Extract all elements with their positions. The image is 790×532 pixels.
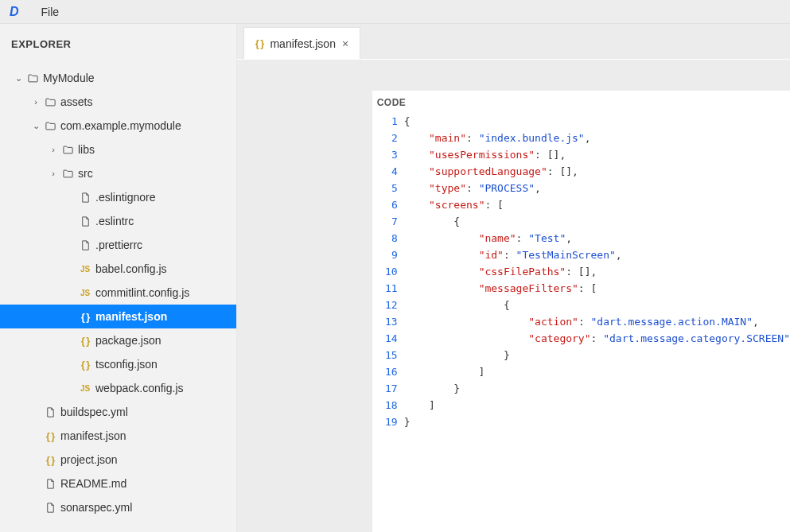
code-line[interactable]: "usesPermissions": [], <box>404 146 790 163</box>
menu-file[interactable]: File <box>41 6 60 18</box>
file-icon <box>43 405 57 419</box>
editor-toolbar <box>237 59 790 91</box>
tree-file-tsconfig-json[interactable]: { }tsconfig.json <box>0 352 236 376</box>
line-number: 4 <box>372 163 404 180</box>
chevron-right-icon[interactable]: › <box>29 97 43 107</box>
tree-file-project-json[interactable]: { }project.json <box>0 448 236 472</box>
code-line[interactable]: } <box>404 347 790 363</box>
file-icon <box>78 238 92 252</box>
spacer <box>64 383 78 393</box>
code-line[interactable]: "supportedLanguage": [], <box>404 163 790 180</box>
file-icon <box>43 500 57 515</box>
code-line[interactable]: "category": "dart.message.category.SCREE… <box>404 330 790 347</box>
tree-item-label: webpack.config.js <box>95 382 230 394</box>
line-number: 14 <box>372 330 404 347</box>
json-braces-icon: { } <box>43 452 57 467</box>
tree-file-eslintrc[interactable]: .eslintrc <box>0 209 236 233</box>
tree-file-commitlint-config[interactable]: JScommitlint.config.js <box>0 281 236 305</box>
explorer-sidebar: EXPLORER ⌄MyModule›assets⌄com.example.my… <box>0 24 237 532</box>
line-number: 1 <box>372 113 404 130</box>
chevron-right-icon[interactable]: › <box>46 169 60 178</box>
tree-item-label: .eslintrc <box>95 215 230 227</box>
file-icon <box>78 190 92 204</box>
code-line[interactable]: "name": "Test", <box>404 230 790 247</box>
spacer <box>29 455 43 464</box>
tree-file-readme[interactable]: README.md <box>0 472 236 495</box>
tree-item-label: babel.config.js <box>95 262 230 275</box>
tree-file-package-json[interactable]: { }package.json <box>0 328 236 352</box>
tree-folder-mymodule[interactable]: ⌄MyModule <box>0 66 236 90</box>
tree-file-webpack-config[interactable]: JSwebpack.config.js <box>0 376 236 400</box>
line-number: 18 <box>372 397 404 414</box>
line-number: 5 <box>372 180 404 196</box>
tree-item-label: buildspec.yml <box>60 406 230 418</box>
tab-manifest-json[interactable]: { } manifest.json × <box>243 27 360 59</box>
chevron-down-icon[interactable]: ⌄ <box>11 73 25 83</box>
tree-file-prettierrc[interactable]: .prettierrc <box>0 233 236 257</box>
code-line[interactable]: { <box>404 213 790 230</box>
spacer <box>64 336 78 345</box>
spacer <box>64 312 78 321</box>
line-number: 7 <box>372 213 404 230</box>
chevron-down-icon[interactable]: ⌄ <box>29 121 43 131</box>
tree-item-label: assets <box>60 95 230 108</box>
tree-item-label: .eslintignore <box>95 191 230 204</box>
spacer <box>64 240 78 250</box>
file-icon <box>43 476 57 491</box>
js-file-icon: JS <box>78 381 92 395</box>
line-number-gutter: 12345678910111213141516171819 <box>372 113 404 532</box>
tree-item-label: README.md <box>60 477 230 490</box>
code-line[interactable]: "id": "TestMainScreen", <box>404 247 790 263</box>
code-line[interactable]: "screens": [ <box>404 196 790 213</box>
code-line[interactable]: "cssFilePaths": [], <box>404 263 790 280</box>
line-number: 19 <box>372 414 404 430</box>
json-braces-icon: { } <box>255 37 264 49</box>
spacer <box>29 407 43 417</box>
code-line[interactable]: { <box>404 297 790 313</box>
tree-folder-src[interactable]: ›src <box>0 161 236 185</box>
code-content[interactable]: { "main": "index.bundle.js", "usesPermis… <box>404 113 790 532</box>
json-braces-icon: { } <box>78 333 92 348</box>
tree-file-buildspec[interactable]: buildspec.yml <box>0 400 236 424</box>
tree-item-label: manifest.json <box>60 429 230 442</box>
code-line[interactable]: } <box>404 414 790 430</box>
app-logo: D <box>10 5 19 19</box>
tree-folder-libs[interactable]: ›libs <box>0 138 236 161</box>
tree-file-eslintignore[interactable]: .eslintignore <box>0 185 236 209</box>
tree-folder-com-example-mymodule[interactable]: ⌄com.example.mymodule <box>0 114 236 138</box>
spacer <box>29 503 43 512</box>
line-number: 3 <box>372 146 404 163</box>
tree-folder-assets[interactable]: ›assets <box>0 90 236 114</box>
line-number: 15 <box>372 347 404 363</box>
menubar: D File <box>0 0 790 24</box>
code-line[interactable]: "type": "PROCESS", <box>404 180 790 196</box>
tree-file-sonarspec[interactable]: sonarspec.yml <box>0 495 236 519</box>
code-area[interactable]: CODE 12345678910111213141516171819 { "ma… <box>372 91 790 532</box>
js-file-icon: JS <box>78 262 92 276</box>
line-number: 2 <box>372 130 404 146</box>
spacer <box>64 359 78 369</box>
code-line[interactable]: } <box>404 380 790 397</box>
tree-item-label: src <box>78 167 230 180</box>
code-line[interactable]: { <box>404 113 790 130</box>
chevron-right-icon[interactable]: › <box>46 145 60 154</box>
code-line[interactable]: "messageFilters": [ <box>404 280 790 297</box>
line-number: 11 <box>372 280 404 297</box>
tree-file-manifest-json[interactable]: { }manifest.json <box>0 305 236 328</box>
code-line[interactable]: "main": "index.bundle.js", <box>404 130 790 146</box>
line-number: 10 <box>372 263 404 280</box>
code-line[interactable]: ] <box>404 397 790 414</box>
tree-item-label: com.example.mymodule <box>60 119 230 132</box>
code-line[interactable]: ] <box>404 363 790 380</box>
code-line[interactable]: "action": "dart.message.action.MAIN", <box>404 313 790 330</box>
line-number: 9 <box>372 247 404 263</box>
line-number: 13 <box>372 313 404 330</box>
close-icon[interactable]: × <box>342 38 348 49</box>
tree-item-label: tsconfig.json <box>95 358 230 371</box>
tree-file-root-manifest[interactable]: { }manifest.json <box>0 424 236 448</box>
line-number: 6 <box>372 196 404 213</box>
tree-item-label: manifest.json <box>95 310 230 323</box>
tree-item-label: .prettierrc <box>95 239 230 251</box>
tree-file-babel-config[interactable]: JSbabel.config.js <box>0 257 236 281</box>
line-number: 12 <box>372 297 404 313</box>
